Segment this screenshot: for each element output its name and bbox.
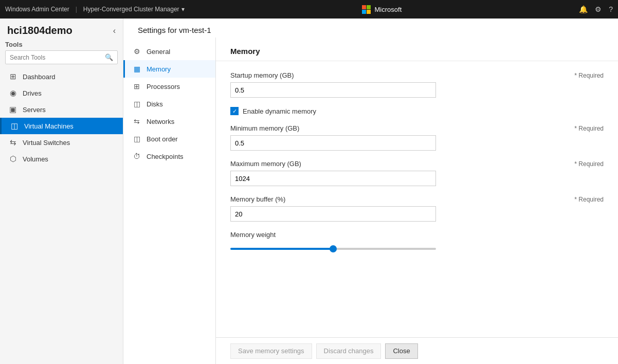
settings-nav-general[interactable]: ⚙ General: [123, 43, 215, 60]
max-memory-required: * Required: [574, 160, 604, 168]
settings-nav-networks[interactable]: ⇆ Networks: [123, 113, 215, 130]
content-heading: Memory: [230, 47, 604, 56]
processors-icon: ⊞: [132, 82, 141, 90]
min-memory-required: * Required: [574, 125, 604, 132]
sidebar-nav: ⊞ Dashboard ◉ Drives ▣ Servers ◫ Virtual…: [0, 68, 123, 364]
settings-nav-label: Disks: [147, 100, 163, 108]
close-button[interactable]: Close: [385, 343, 417, 359]
disks-icon: ◫: [132, 100, 141, 108]
general-icon: ⚙: [132, 47, 141, 56]
settings-nav: ⚙ General ▦ Memory ⊞ Processors ◫ Disks …: [123, 38, 216, 364]
drives-icon: ◉: [8, 88, 17, 98]
enable-dynamic-checkbox[interactable]: ✓: [230, 107, 239, 115]
weight-label: Memory weight: [230, 231, 604, 239]
settings-nav-checkpoints[interactable]: ⏱ Checkpoints: [123, 148, 215, 165]
page-title: Settings for vm-test-1: [138, 26, 211, 34]
sidebar-item-dashboard[interactable]: ⊞ Dashboard: [0, 68, 123, 85]
sidebar-search-box[interactable]: 🔍: [5, 50, 118, 64]
save-button[interactable]: Save memory settings: [230, 343, 312, 359]
settings-nav-label: Networks: [147, 118, 174, 125]
sidebar-item-servers[interactable]: ▣ Servers: [0, 101, 123, 118]
max-memory-input[interactable]: [230, 171, 436, 186]
settings-nav-processors[interactable]: ⊞ Processors: [123, 78, 215, 95]
max-memory-row: Maximum memory (GB) * Required: [230, 160, 604, 186]
settings-body: Startup memory (GB) * Required ✓ Enable …: [216, 61, 618, 337]
settings-content: Memory Startup memory (GB) * Required: [216, 38, 618, 364]
memory-icon: ▦: [132, 65, 141, 73]
main-layout: hci1804demo ‹ Tools 🔍 ⊞ Dashboard ◉ Driv…: [0, 19, 618, 364]
settings-nav-boot-order[interactable]: ◫ Boot order: [123, 130, 215, 148]
sidebar-item-volumes[interactable]: ⬡ Volumes: [0, 151, 123, 167]
sidebar-item-label: Dashboard: [23, 73, 56, 81]
sidebar-item-virtual-machines[interactable]: ◫ Virtual Machines: [0, 118, 123, 134]
sidebar-title: hci1804demo: [7, 25, 72, 37]
weight-container: Memory weight: [230, 231, 604, 251]
search-icon: 🔍: [101, 51, 117, 64]
topbar: Windows Admin Center | Hyper-Converged C…: [0, 0, 618, 19]
settings-nav-label: General: [147, 48, 170, 56]
discard-button[interactable]: Discard changes: [316, 343, 381, 359]
min-memory-input[interactable]: [230, 135, 436, 151]
settings-content-header: Memory: [216, 38, 618, 61]
tools-label: Tools: [0, 41, 123, 50]
startup-memory-required: * Required: [574, 72, 604, 79]
max-memory-label: Maximum memory (GB): [230, 160, 301, 168]
vm-icon: ◫: [10, 121, 19, 131]
settings-nav-memory[interactable]: ▦ Memory: [123, 60, 215, 78]
weight-slider[interactable]: [230, 248, 436, 250]
settings-panel: ⚙ General ▦ Memory ⊞ Processors ◫ Disks …: [123, 38, 618, 364]
dashboard-icon: ⊞: [8, 72, 17, 81]
settings-nav-label: Boot order: [147, 135, 178, 143]
app-name: Windows Admin Center: [5, 6, 69, 13]
min-memory-label: Minimum memory (GB): [230, 124, 299, 132]
microsoft-logo: Microsoft: [362, 5, 402, 14]
notification-icon[interactable]: 🔔: [579, 5, 588, 13]
checkpoints-icon: ⏱: [132, 152, 141, 160]
networks-icon: ⇆: [132, 117, 141, 125]
search-input[interactable]: [6, 51, 101, 64]
sidebar-item-label: Virtual Switches: [23, 139, 70, 147]
boot-order-icon: ◫: [132, 135, 141, 143]
settings-nav-label: Processors: [147, 83, 180, 90]
buffer-required: * Required: [574, 196, 604, 203]
startup-memory-input[interactable]: [230, 82, 436, 98]
enable-dynamic-label: Enable dynamic memory: [243, 107, 316, 115]
enable-dynamic-row[interactable]: ✓ Enable dynamic memory: [230, 107, 604, 115]
min-memory-row: Minimum memory (GB) * Required: [230, 124, 604, 151]
buffer-row: Memory buffer (%) * Required: [230, 195, 604, 222]
sidebar-item-label: Virtual Machines: [24, 122, 74, 130]
buffer-input[interactable]: [230, 206, 436, 222]
help-icon[interactable]: ?: [609, 5, 613, 13]
settings-nav-label: Memory: [147, 65, 171, 73]
buffer-label: Memory buffer (%): [230, 195, 285, 203]
startup-memory-row: Startup memory (GB) * Required: [230, 71, 604, 98]
virtual-switches-icon: ⇆: [8, 138, 17, 147]
ms-logo-grid: [362, 5, 371, 14]
page-title-section: Settings for vm-test-1: [123, 19, 618, 38]
sidebar-item-virtual-switches[interactable]: ⇆ Virtual Switches: [0, 134, 123, 151]
startup-memory-label: Startup memory (GB): [230, 71, 294, 79]
right-area: Settings for vm-test-1 ⚙ General ▦ Memor…: [123, 19, 618, 364]
settings-nav-disks[interactable]: ◫ Disks: [123, 95, 215, 113]
servers-icon: ▣: [8, 105, 17, 114]
sidebar: hci1804demo ‹ Tools 🔍 ⊞ Dashboard ◉ Driv…: [0, 19, 123, 364]
footer-bar: Save memory settings Discard changes Clo…: [216, 337, 618, 364]
settings-nav-label: Checkpoints: [147, 153, 184, 160]
sidebar-item-drives[interactable]: ◉ Drives: [0, 85, 123, 101]
sidebar-item-label: Servers: [23, 106, 46, 114]
volumes-icon: ⬡: [8, 154, 17, 163]
sidebar-collapse-button[interactable]: ‹: [113, 26, 116, 35]
sidebar-item-label: Volumes: [23, 155, 48, 163]
sidebar-item-label: Drives: [23, 89, 42, 97]
checkmark-icon: ✓: [232, 108, 237, 115]
settings-icon[interactable]: ⚙: [595, 5, 602, 13]
cluster-manager[interactable]: Hyper-Converged Cluster Manager ▾: [83, 6, 185, 13]
